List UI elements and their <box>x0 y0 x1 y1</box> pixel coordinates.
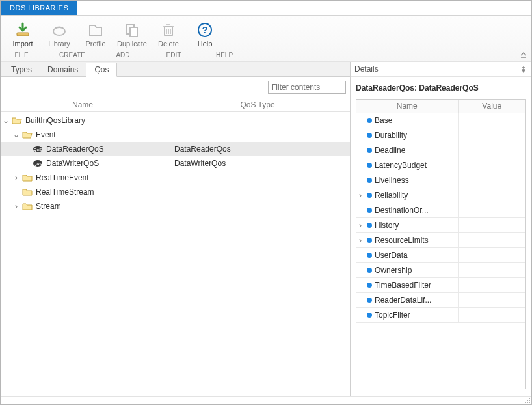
property-value[interactable] <box>458 143 525 158</box>
property-row[interactable]: TimeBasedFilter <box>356 278 525 293</box>
tree-node-builtin[interactable]: ⌄ BuiltInQosLibrary <box>1 113 350 128</box>
property-value[interactable] <box>458 218 525 233</box>
property-row[interactable]: ›ResourceLimits <box>356 233 525 248</box>
tree-label: DataReaderQoS <box>45 145 104 154</box>
col-qos[interactable]: QoS Type <box>165 98 350 111</box>
properties-table[interactable]: Name Value BaseDurabilityDeadlineLatency… <box>356 99 526 389</box>
property-value[interactable] <box>458 263 525 278</box>
property-value[interactable] <box>458 113 525 128</box>
property-value[interactable] <box>458 293 525 308</box>
qos-icon: QoS <box>33 158 43 169</box>
property-name: Durability <box>375 131 407 140</box>
property-value[interactable] <box>458 308 525 323</box>
property-dot-icon <box>367 148 372 153</box>
property-name: LatencyBudget <box>375 161 427 170</box>
property-value[interactable] <box>458 278 525 293</box>
folder-open-icon <box>22 130 33 140</box>
property-value[interactable] <box>458 188 525 203</box>
property-row[interactable]: TopicFilter <box>356 308 525 323</box>
tree-node-datareaderqos[interactable]: QoS DataReaderQoS DataReaderQos <box>1 142 350 156</box>
tree-node-stream[interactable]: › Stream <box>1 199 350 214</box>
property-row[interactable]: Deadline <box>356 143 525 158</box>
expand-icon[interactable]: › <box>356 191 364 200</box>
props-col-value[interactable]: Value <box>458 100 525 113</box>
property-name: DestinationOr... <box>375 206 429 215</box>
folder-icon <box>22 173 33 183</box>
filter-input[interactable] <box>268 81 346 94</box>
tree-label: BuiltInQosLibrary <box>24 116 85 125</box>
property-name: Deadline <box>375 146 405 155</box>
property-dot-icon <box>367 163 372 168</box>
folder-icon <box>22 201 33 212</box>
duplicate-label: Duplicate <box>117 40 147 48</box>
property-name: Liveliness <box>375 176 409 185</box>
tree-qos-type: DataReaderQos <box>174 145 350 154</box>
property-value[interactable] <box>458 128 525 143</box>
tree-node-realtimestream[interactable]: RealTimeStream <box>1 185 350 199</box>
group-help: HELP <box>207 51 241 59</box>
folder-open-icon <box>12 115 22 126</box>
property-value[interactable] <box>458 158 525 173</box>
property-dot-icon <box>367 298 372 303</box>
collapse-ribbon-icon[interactable] <box>520 50 527 58</box>
property-name: Ownership <box>375 266 412 275</box>
expand-icon[interactable]: › <box>356 221 364 230</box>
tree-qos-type: DataWriterQos <box>174 159 350 168</box>
tree-label: DataWriterQoS <box>45 159 99 168</box>
svg-rect-0 <box>17 33 29 36</box>
view-tabs: Types Domains Qos <box>1 62 350 77</box>
property-row[interactable]: DestinationOr... <box>356 203 525 218</box>
property-value[interactable] <box>458 248 525 263</box>
property-value[interactable] <box>458 173 525 188</box>
details-header: Details <box>351 62 531 77</box>
expand-icon[interactable]: › <box>12 202 20 211</box>
property-row[interactable]: Durability <box>356 128 525 143</box>
props-col-name[interactable]: Name <box>356 100 458 113</box>
tab-domains[interactable]: Domains <box>40 63 86 76</box>
property-dot-icon <box>367 208 372 213</box>
qos-tree[interactable]: ⌄ BuiltInQosLibrary ⌄ Event QoS DataRead… <box>1 112 350 396</box>
left-pane: Types Domains Qos Name QoS Type ⌄ BuiltI… <box>1 62 351 396</box>
pin-icon[interactable] <box>520 65 527 73</box>
delete-button: Delete <box>150 18 187 50</box>
workspace: Types Domains Qos Name QoS Type ⌄ BuiltI… <box>1 61 531 396</box>
help-button[interactable]: ? Help <box>187 18 223 50</box>
svg-rect-3 <box>130 27 137 36</box>
profile-label: Profile <box>85 40 105 48</box>
expand-icon[interactable]: ⌄ <box>2 116 10 125</box>
qos-icon: QoS <box>33 144 43 154</box>
expand-icon[interactable]: › <box>12 173 20 182</box>
tab-qos[interactable]: Qos <box>86 63 117 77</box>
help-label: Help <box>198 40 213 48</box>
folder-icon <box>22 187 33 197</box>
property-row[interactable]: LatencyBudget <box>356 158 525 173</box>
tree-node-event[interactable]: ⌄ Event <box>1 128 350 142</box>
tree-node-datawriterqos[interactable]: QoS DataWriterQoS DataWriterQos <box>1 156 350 171</box>
property-row[interactable]: Liveliness <box>356 173 525 188</box>
tab-types[interactable]: Types <box>3 63 40 76</box>
library-button: Library <box>41 18 77 50</box>
tree-node-realtimeevent[interactable]: › RealTimeEvent <box>1 171 350 185</box>
expand-icon[interactable]: › <box>356 236 364 245</box>
resize-grip-icon[interactable] <box>524 397 531 404</box>
property-name: History <box>375 221 399 230</box>
help-icon: ? <box>196 21 214 39</box>
col-name[interactable]: Name <box>1 98 165 111</box>
property-row[interactable]: UserData <box>356 248 525 263</box>
delete-icon <box>159 21 178 39</box>
property-row[interactable]: ReaderDataLif... <box>356 293 525 308</box>
property-value[interactable] <box>458 203 525 218</box>
expand-icon[interactable]: ⌄ <box>12 130 20 139</box>
import-button[interactable]: Import <box>5 18 41 50</box>
tree-label: Stream <box>34 202 61 211</box>
property-row[interactable]: Base <box>356 113 525 128</box>
property-name: ReaderDataLif... <box>375 296 431 305</box>
property-row[interactable]: Ownership <box>356 263 525 278</box>
property-value[interactable] <box>458 233 525 248</box>
property-row[interactable]: ›History <box>356 218 525 233</box>
svg-rect-16 <box>529 402 530 403</box>
title-tab[interactable]: DDS LIBRARIES <box>1 1 77 15</box>
property-row[interactable]: ›Reliability <box>356 188 525 203</box>
svg-text:?: ? <box>202 25 208 35</box>
group-file: FILE <box>5 51 38 59</box>
